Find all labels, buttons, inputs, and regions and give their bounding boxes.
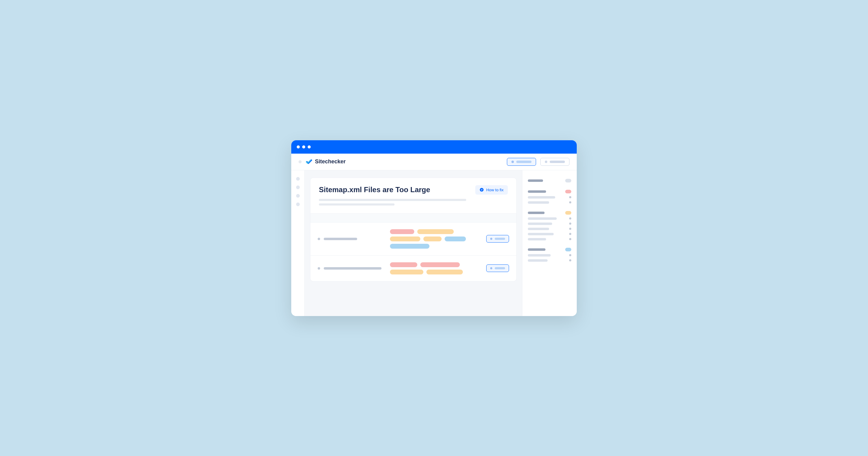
main-content: Sitemap.xml Files are Too Large ? How to… bbox=[305, 170, 522, 316]
row-tags bbox=[390, 229, 481, 249]
page-title: Sitemap.xml Files are Too Large bbox=[319, 186, 470, 194]
tag bbox=[390, 262, 417, 267]
app-topbar: Sitechecker bbox=[291, 154, 577, 170]
nav-item[interactable] bbox=[296, 186, 300, 189]
window-control-close[interactable] bbox=[297, 145, 300, 149]
tag bbox=[445, 236, 466, 241]
row-action-button[interactable] bbox=[486, 264, 509, 272]
tag bbox=[417, 229, 454, 234]
tag bbox=[390, 229, 414, 234]
description-placeholder bbox=[319, 199, 508, 205]
sidebar-group bbox=[528, 211, 571, 240]
right-sidebar bbox=[522, 170, 577, 316]
row-action-button[interactable] bbox=[486, 235, 509, 242]
tag bbox=[390, 244, 429, 249]
brand-logo[interactable]: Sitechecker bbox=[306, 159, 346, 165]
tag bbox=[426, 270, 463, 274]
question-icon: ? bbox=[479, 188, 484, 192]
nav-item[interactable] bbox=[296, 177, 300, 181]
topbar-primary-button[interactable] bbox=[507, 158, 536, 166]
row-tags bbox=[390, 262, 481, 274]
nav-item[interactable] bbox=[296, 194, 300, 198]
tag bbox=[423, 236, 442, 241]
list-filter-strip bbox=[310, 214, 516, 223]
card-header: Sitemap.xml Files are Too Large ? How to… bbox=[310, 178, 516, 214]
issue-card: Sitemap.xml Files are Too Large ? How to… bbox=[310, 177, 517, 282]
row-url-placeholder bbox=[318, 267, 384, 270]
badge bbox=[565, 211, 571, 215]
issue-row bbox=[310, 223, 516, 256]
badge bbox=[565, 190, 571, 193]
topbar-secondary-button[interactable] bbox=[540, 158, 569, 166]
how-to-fix-button[interactable]: ? How to fix bbox=[475, 185, 508, 195]
row-url-placeholder bbox=[318, 238, 384, 240]
svg-text:?: ? bbox=[481, 188, 483, 192]
tag bbox=[420, 262, 460, 267]
app-body: Sitemap.xml Files are Too Large ? How to… bbox=[291, 170, 577, 316]
sidebar-group bbox=[528, 248, 571, 262]
sidebar-group bbox=[528, 179, 571, 183]
window-control-maximize[interactable] bbox=[308, 145, 311, 149]
badge bbox=[565, 179, 571, 183]
window-control-minimize[interactable] bbox=[302, 145, 305, 149]
app-window: Sitechecker Sitemap.xml Files are Too La… bbox=[291, 140, 577, 316]
tag bbox=[390, 236, 420, 241]
how-to-fix-label: How to fix bbox=[486, 188, 503, 192]
brand-name: Sitechecker bbox=[315, 159, 346, 165]
window-titlebar bbox=[291, 140, 577, 154]
menu-icon[interactable] bbox=[299, 160, 302, 163]
sidebar-group bbox=[528, 190, 571, 204]
badge bbox=[565, 248, 571, 251]
nav-item[interactable] bbox=[296, 202, 300, 206]
issue-row bbox=[310, 256, 516, 281]
tag bbox=[390, 270, 423, 274]
checkmark-icon bbox=[306, 159, 312, 165]
side-nav bbox=[291, 170, 305, 316]
